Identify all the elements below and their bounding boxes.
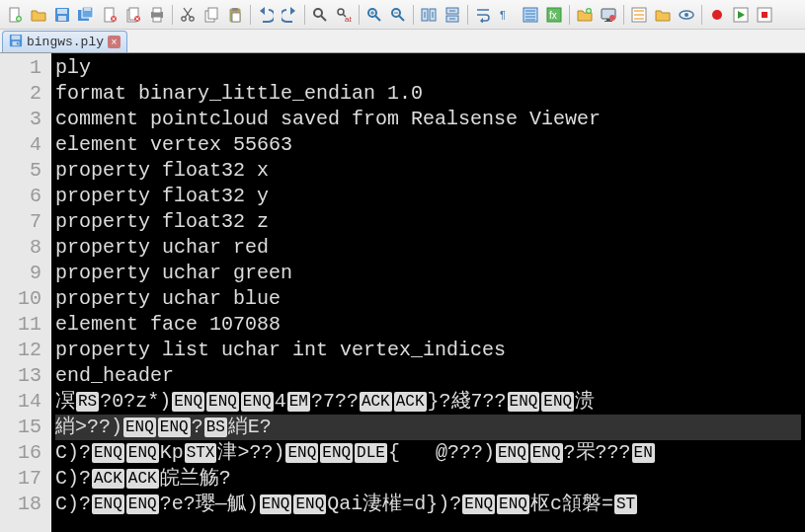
toolbar-separator (467, 5, 468, 25)
code-line[interactable]: property float32 x (55, 158, 801, 184)
svg-text:fx: fx (549, 10, 557, 21)
control-char: ACK (360, 392, 392, 412)
code-line[interactable]: format binary_little_endian 1.0 (55, 81, 801, 107)
toolbar-separator (359, 5, 360, 25)
code-line[interactable]: C)?ENQENQKpSTX津>??)ENQENQDLE{ @???)ENQEN… (55, 440, 801, 466)
control-char: ENQ (285, 443, 318, 463)
redo-icon[interactable] (279, 4, 300, 26)
folder-icon[interactable] (652, 4, 674, 26)
line-number: 6 (6, 184, 41, 209)
func-list-icon[interactable] (628, 4, 650, 26)
line-number: 9 (6, 261, 41, 286)
code-line[interactable]: property uchar green (55, 261, 801, 286)
control-char: EN (632, 443, 655, 463)
save-icon[interactable] (51, 4, 73, 26)
new-file-icon[interactable] (4, 4, 26, 26)
code-line[interactable]: element vertex 55663 (55, 132, 801, 158)
close-icon[interactable] (99, 4, 121, 26)
line-number: 4 (6, 132, 41, 158)
indent-guide-icon[interactable] (520, 4, 541, 26)
code-content[interactable]: plyformat binary_little_endian 1.0commen… (51, 53, 805, 532)
tab-close-icon[interactable]: × (108, 36, 121, 48)
svg-rect-21 (232, 8, 238, 11)
line-number: 8 (6, 235, 41, 261)
cut-icon[interactable] (177, 4, 199, 26)
replace-icon[interactable]: ab (333, 4, 355, 26)
control-char: ENQ (508, 392, 540, 412)
line-number: 7 (6, 209, 41, 235)
code-line[interactable]: C)?ACKACK皖兰觞? (55, 466, 801, 492)
line-number: 11 (6, 312, 41, 338)
svg-rect-4 (58, 16, 66, 21)
line-number: 17 (6, 466, 41, 492)
svg-rect-7 (84, 8, 91, 11)
show-all-icon[interactable]: ¶ (496, 4, 518, 26)
save-disk-icon (9, 34, 23, 51)
stop-macro-icon[interactable] (754, 4, 775, 26)
control-char: ENQ (241, 392, 274, 412)
code-line[interactable]: end_header (55, 363, 801, 389)
line-number-gutter: 123456789101112131415161718 (0, 53, 51, 532)
zoom-out-icon[interactable] (387, 4, 409, 26)
toolbar-separator (623, 5, 624, 25)
lang-icon[interactable]: fx (543, 4, 565, 26)
svg-point-23 (314, 9, 322, 17)
code-line[interactable]: 綃>??)ENQENQ?BS綃E? (55, 415, 801, 440)
code-line[interactable]: property list uchar int vertex_indices (55, 338, 801, 363)
control-char: ENQ (172, 392, 204, 412)
line-number: 14 (6, 389, 41, 415)
control-char: ENQ (126, 443, 159, 463)
line-number: 13 (6, 363, 41, 389)
wrap-icon[interactable] (472, 4, 494, 26)
control-char: ENQ (158, 418, 191, 437)
code-line[interactable]: property float32 y (55, 184, 801, 209)
svg-rect-51 (17, 41, 19, 44)
control-char: ENQ (92, 443, 124, 463)
line-number: 2 (6, 81, 41, 107)
control-char: ENQ (92, 494, 124, 514)
code-line[interactable]: property float32 z (55, 209, 801, 235)
paste-icon[interactable] (224, 4, 246, 26)
control-char: STX (185, 443, 217, 463)
svg-rect-3 (57, 9, 67, 14)
code-line[interactable]: element face 107088 (55, 312, 801, 338)
tab-bar: bingws.ply × (0, 30, 805, 53)
svg-rect-22 (232, 13, 240, 22)
code-line[interactable]: comment pointcloud saved from Realsense … (55, 107, 801, 132)
eye-icon[interactable] (676, 4, 697, 26)
code-line[interactable]: property uchar blue (55, 286, 801, 312)
record-icon[interactable] (706, 4, 728, 26)
open-icon[interactable] (28, 4, 49, 26)
toolbar-separator (172, 5, 173, 25)
svg-text:ab: ab (345, 15, 352, 23)
control-char: RS (76, 392, 99, 412)
sync-h-icon[interactable] (442, 4, 463, 26)
svg-point-40 (609, 15, 615, 21)
line-number: 18 (6, 492, 41, 517)
save-all-icon[interactable] (75, 4, 97, 26)
zoom-in-icon[interactable] (363, 4, 385, 26)
control-char: ENQ (320, 443, 353, 463)
play-macro-icon[interactable] (730, 4, 752, 26)
svg-point-43 (684, 13, 688, 17)
svg-rect-15 (153, 17, 161, 22)
close-all-icon[interactable] (122, 4, 144, 26)
monitor-icon[interactable] (598, 4, 619, 26)
code-line[interactable]: 凕RS?0?z*)ENQENQENQ4EM?7??ACKACK}?綫7??ENQ… (55, 389, 801, 415)
code-line[interactable]: property uchar red (55, 235, 801, 261)
line-number: 15 (6, 415, 41, 440)
control-char: ACK (126, 469, 159, 489)
control-char: ENQ (497, 494, 529, 514)
tab-filename: bingws.ply (27, 35, 104, 49)
control-char: ENQ (496, 443, 528, 463)
undo-icon[interactable] (255, 4, 277, 26)
copy-icon[interactable] (201, 4, 222, 26)
print-icon[interactable] (146, 4, 168, 26)
sync-v-icon[interactable] (418, 4, 440, 26)
code-line[interactable]: ply (55, 55, 801, 81)
find-icon[interactable] (309, 4, 331, 26)
control-char: ENQ (541, 392, 574, 412)
folder-up-icon[interactable] (574, 4, 596, 26)
code-line[interactable]: C)?ENQENQ?e?璎—觚)ENQENQQai淒槯=d})?ENQENQ枢c… (55, 492, 801, 517)
file-tab[interactable]: bingws.ply × (2, 31, 127, 52)
